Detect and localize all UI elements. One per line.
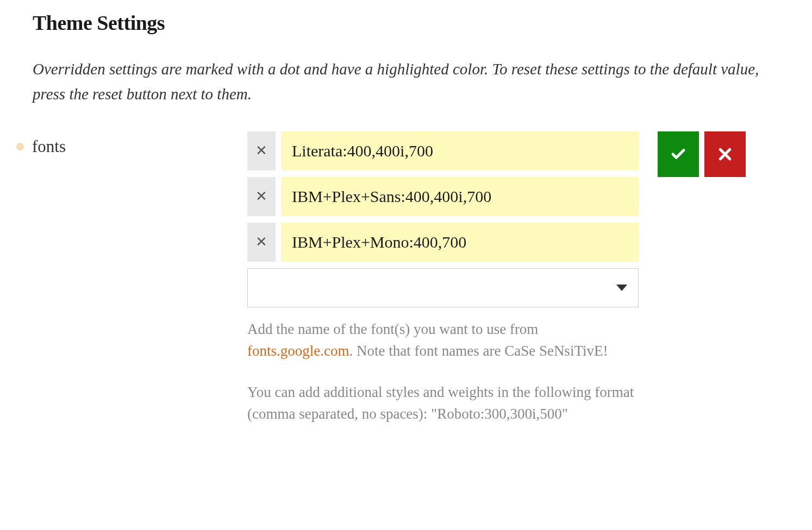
setting-label: fonts <box>32 137 66 156</box>
close-icon: ✕ <box>255 188 267 205</box>
cancel-button[interactable] <box>704 131 746 177</box>
help-text-segment: Add the name of the font(s) you want to … <box>247 321 538 337</box>
setting-actions <box>658 131 746 177</box>
font-item: ✕ <box>247 177 639 216</box>
close-icon <box>717 146 733 162</box>
font-item: ✕ <box>247 131 639 171</box>
font-input[interactable] <box>281 223 639 262</box>
page-title: Theme Settings <box>33 11 779 35</box>
remove-font-button[interactable]: ✕ <box>247 177 276 216</box>
font-input[interactable] <box>281 131 639 171</box>
setting-value-area: ✕ ✕ ✕ Add the name of the font(s) you wa… <box>247 131 639 444</box>
help-text-2: You can add additional styles and weight… <box>247 381 639 425</box>
remove-font-button[interactable]: ✕ <box>247 223 276 262</box>
confirm-button[interactable] <box>658 131 699 177</box>
chevron-down-icon <box>616 285 627 291</box>
setting-row-fonts: fonts ✕ ✕ ✕ Add the name of the font(s) <box>33 131 779 444</box>
fonts-google-link[interactable]: fonts.google.com <box>247 343 349 359</box>
help-text-1: Add the name of the font(s) you want to … <box>247 318 639 362</box>
setting-label-wrap: fonts <box>33 131 247 156</box>
remove-font-button[interactable]: ✕ <box>247 131 276 171</box>
settings-description: Overridden settings are marked with a do… <box>33 56 772 107</box>
close-icon: ✕ <box>255 234 267 250</box>
close-icon: ✕ <box>255 142 267 159</box>
font-item: ✕ <box>247 223 639 262</box>
override-indicator-dot <box>16 143 24 150</box>
check-icon <box>670 146 686 162</box>
add-font-dropdown[interactable] <box>247 268 639 307</box>
help-text-segment: . Note that font names are CaSe SeNsiTiv… <box>349 343 608 359</box>
font-input[interactable] <box>281 177 639 216</box>
